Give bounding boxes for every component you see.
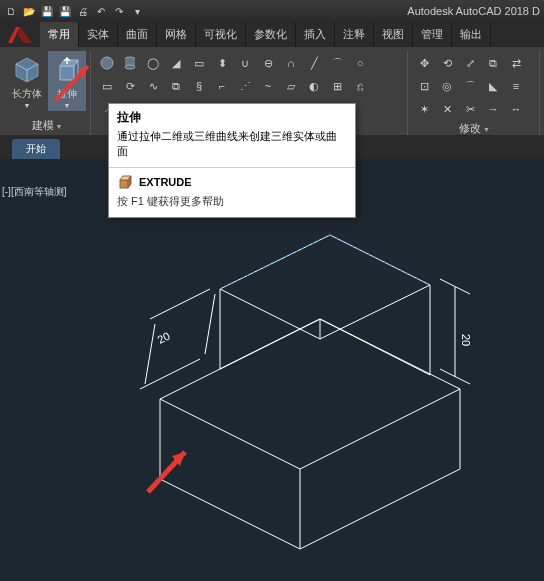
- doc-tab-start[interactable]: 开始: [12, 139, 60, 159]
- qat-dropdown-icon[interactable]: ▾: [130, 4, 144, 18]
- model-drawing: 20 20: [0, 159, 544, 579]
- arc-icon[interactable]: ⌒: [327, 53, 347, 73]
- menu-tabs: 常用 实体 曲面 网格 可视化 参数化 插入 注释 视图 管理 输出: [40, 22, 544, 47]
- app-title: Autodesk AutoCAD 2018 D: [407, 5, 540, 17]
- chevron-down-icon: ▼: [24, 102, 31, 109]
- svg-point-8: [125, 65, 135, 69]
- dim-label-2: 20: [460, 334, 472, 346]
- trim-icon[interactable]: ✂: [460, 99, 480, 119]
- revolve-icon[interactable]: ⟳: [120, 76, 140, 96]
- new-icon[interactable]: 🗋: [4, 4, 18, 18]
- menu-row: 常用 实体 曲面 网格 可视化 参数化 插入 注释 视图 管理 输出: [0, 22, 544, 47]
- svg-line-20: [205, 294, 215, 354]
- 3dpoly-icon[interactable]: ⋰: [235, 76, 255, 96]
- polysolid-icon[interactable]: ▭: [189, 53, 209, 73]
- tab-mesh[interactable]: 网格: [157, 22, 196, 47]
- box-button[interactable]: 长方体 ▼: [8, 51, 46, 111]
- svg-line-15: [220, 235, 330, 289]
- svg-line-13: [320, 285, 430, 339]
- tab-common[interactable]: 常用: [40, 22, 79, 47]
- app-logo[interactable]: [0, 22, 40, 47]
- svg-line-11: [300, 389, 460, 469]
- panel-title-modeling[interactable]: 建模▼: [8, 116, 86, 135]
- box-label: 长方体: [12, 87, 42, 101]
- mirror-icon[interactable]: ⇄: [506, 53, 526, 73]
- chamfer-icon[interactable]: ◣: [483, 76, 503, 96]
- torus-icon[interactable]: ◯: [143, 53, 163, 73]
- tooltip-cmd: EXTRUDE: [139, 176, 192, 188]
- panel-title-modify[interactable]: 修改▼: [414, 119, 535, 138]
- svg-point-5: [101, 57, 113, 69]
- box-icon: [11, 53, 43, 85]
- scale-icon[interactable]: ⤢: [460, 53, 480, 73]
- cylinder-icon[interactable]: [120, 53, 140, 73]
- save-icon[interactable]: 💾: [40, 4, 54, 18]
- subtract-icon[interactable]: ⊖: [258, 53, 278, 73]
- stretch-icon[interactable]: ↔: [506, 99, 526, 119]
- extrude-cmd-icon: [117, 174, 133, 190]
- presspull-icon[interactable]: ⬍: [212, 53, 232, 73]
- tab-view[interactable]: 视图: [374, 22, 413, 47]
- tab-insert[interactable]: 插入: [296, 22, 335, 47]
- helix-icon[interactable]: §: [189, 76, 209, 96]
- tab-manage[interactable]: 管理: [413, 22, 452, 47]
- title-bar: 🗋 📂 💾 💾 🖨 ↶ ↷ ▾ Autodesk AutoCAD 2018 D: [0, 0, 544, 22]
- sphere-icon[interactable]: [97, 53, 117, 73]
- svg-line-17: [140, 359, 200, 389]
- pline-icon[interactable]: ⌐: [212, 76, 232, 96]
- mesh-icon[interactable]: ⊞: [327, 76, 347, 96]
- explode-icon[interactable]: ✶: [414, 99, 434, 119]
- array-icon[interactable]: ⊡: [414, 76, 434, 96]
- extract-icon[interactable]: ⎌: [350, 76, 370, 96]
- tab-visualize[interactable]: 可视化: [196, 22, 246, 47]
- tooltip-help: 按 F1 键获得更多帮助: [109, 192, 355, 217]
- tab-annotate[interactable]: 注释: [335, 22, 374, 47]
- annotation-arrow-2: [140, 440, 200, 500]
- rotate-icon[interactable]: ⟲: [437, 53, 457, 73]
- dim-label-1: 20: [155, 329, 171, 345]
- print-icon[interactable]: 🖨: [76, 4, 90, 18]
- quick-access-toolbar: 🗋 📂 💾 💾 🖨 ↶ ↷ ▾: [4, 4, 144, 18]
- intersect-icon[interactable]: ∩: [281, 53, 301, 73]
- svg-rect-24: [120, 180, 128, 188]
- saveas-icon[interactable]: 💾: [58, 4, 72, 18]
- circle-icon[interactable]: ○: [350, 53, 370, 73]
- tooltip-title: 拉伸: [109, 104, 355, 129]
- region-icon[interactable]: ▱: [281, 76, 301, 96]
- redo-icon[interactable]: ↷: [112, 4, 126, 18]
- spline-icon[interactable]: ~: [258, 76, 278, 96]
- smooth-icon[interactable]: ◐: [304, 76, 324, 96]
- drawing-canvas[interactable]: [-][西南等轴测]: [0, 159, 544, 581]
- move-icon[interactable]: ✥: [414, 53, 434, 73]
- svg-line-12: [220, 289, 320, 339]
- fillet-icon[interactable]: ⌒: [460, 76, 480, 96]
- line-icon[interactable]: ╱: [304, 53, 324, 73]
- open-icon[interactable]: 📂: [22, 4, 36, 18]
- sweep-icon[interactable]: ∿: [143, 76, 163, 96]
- copy-icon[interactable]: ⧉: [483, 53, 503, 73]
- loft-icon[interactable]: ⧉: [166, 76, 186, 96]
- svg-line-18: [150, 289, 210, 319]
- align-icon[interactable]: ≡: [506, 76, 526, 96]
- wedge-icon[interactable]: ◢: [166, 53, 186, 73]
- union-icon[interactable]: ∪: [235, 53, 255, 73]
- tab-output[interactable]: 输出: [452, 22, 491, 47]
- tab-solid[interactable]: 实体: [79, 22, 118, 47]
- undo-icon[interactable]: ↶: [94, 4, 108, 18]
- offset-icon[interactable]: ◎: [437, 76, 457, 96]
- annotation-arrow-1: [50, 56, 100, 106]
- svg-line-19: [145, 324, 155, 384]
- tab-surface[interactable]: 曲面: [118, 22, 157, 47]
- erase-icon[interactable]: ✕: [437, 99, 457, 119]
- tooltip: 拉伸 通过拉伸二维或三维曲线来创建三维实体或曲面 EXTRUDE 按 F1 键获…: [108, 103, 356, 218]
- tab-parametric[interactable]: 参数化: [246, 22, 296, 47]
- tooltip-cmd-row: EXTRUDE: [109, 168, 355, 192]
- rect-icon[interactable]: ▭: [97, 76, 117, 96]
- panel-modify: ✥ ⟲ ⤢ ⧉ ⇄ ⊡ ◎ ⌒ ◣ ≡ ✶ ✕ ✂ → ↔ 修改▼: [410, 51, 540, 135]
- tooltip-desc: 通过拉伸二维或三维曲线来创建三维实体或曲面: [109, 129, 355, 168]
- extend-icon[interactable]: →: [483, 99, 503, 119]
